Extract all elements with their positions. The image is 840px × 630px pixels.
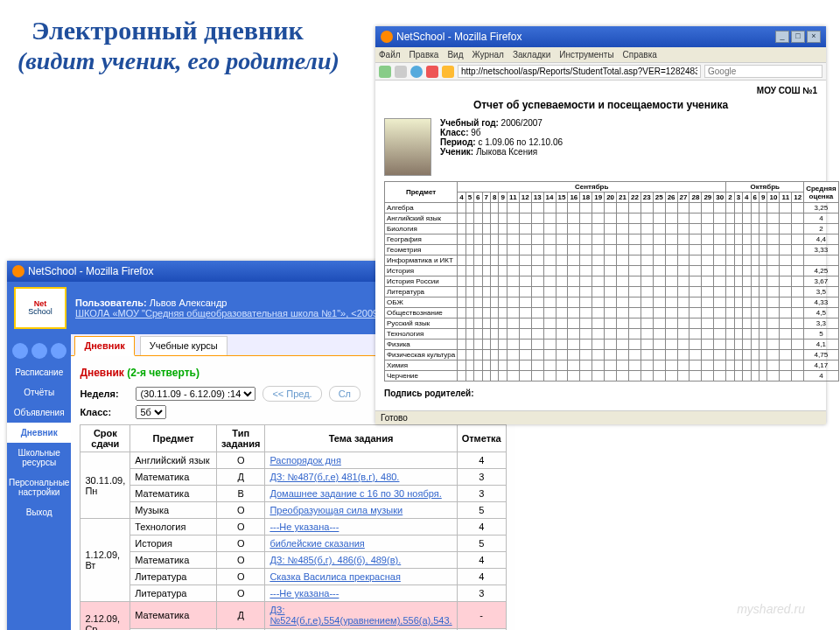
topic-link[interactable]: ---Не указана---	[265, 519, 457, 536]
topic-link[interactable]: библейские сказания	[265, 536, 457, 552]
prev-button[interactable]: << Пред.	[262, 386, 321, 402]
class-select[interactable]: 5б	[136, 405, 166, 419]
grade-row: Химия4,17	[385, 360, 839, 371]
grade-cell	[568, 256, 580, 266]
grade-cell	[702, 360, 714, 371]
topic-link[interactable]: Распорядок дня	[265, 452, 457, 469]
tab-courses[interactable]: Учебные курсы	[140, 336, 228, 355]
subject-cell: Литература	[130, 585, 217, 602]
grade-cell	[592, 350, 605, 360]
grade-cell	[482, 214, 490, 224]
mark-cell: 5	[457, 536, 506, 552]
grade-cell	[531, 360, 543, 371]
grade-cell	[499, 234, 507, 245]
grade-cell	[556, 340, 568, 350]
grade-cell	[490, 276, 498, 287]
grade-cell	[519, 287, 531, 298]
grade-cell	[653, 318, 665, 329]
grade-cell	[556, 287, 568, 298]
menu-item[interactable]: Инструменты	[559, 50, 613, 60]
menu-item[interactable]: Справка	[623, 50, 657, 60]
grade-cell	[519, 224, 531, 234]
sidebar-item[interactable]: Объявления	[7, 402, 71, 423]
mail-icon[interactable]	[12, 343, 28, 359]
toolbar	[375, 63, 826, 80]
menu-item[interactable]: Файл	[379, 50, 401, 60]
menu-item[interactable]: Закладки	[513, 50, 550, 60]
topic-link[interactable]: Преобразующая сила музыки	[265, 502, 457, 519]
grade-cell	[605, 256, 617, 266]
student-info: Учебный год: 2006/2007 Класс: 9б Период:…	[440, 118, 563, 157]
subject-cell: Музыка	[130, 502, 217, 519]
avg-cell: 4,4	[804, 234, 838, 245]
day-header: 10	[767, 192, 780, 203]
grade-cell	[653, 287, 665, 298]
grade-cell	[640, 256, 653, 266]
grade-cell	[490, 318, 498, 329]
home-icon[interactable]	[442, 66, 454, 78]
grade-cell	[743, 256, 751, 266]
table-row: 2.12.09, СрМатематикаДДЗ: №524(б,г,е),55…	[80, 602, 506, 629]
back-icon[interactable]	[379, 66, 391, 78]
tab-diary[interactable]: Дневник	[74, 336, 134, 356]
next-button[interactable]: Сл	[329, 386, 360, 402]
grade-cell	[482, 245, 490, 256]
slide-title: Электронный дневник	[32, 16, 304, 46]
topic-link[interactable]: Сказка Василиса прекрасная	[265, 569, 457, 585]
col-subject: Предмет	[385, 182, 458, 203]
topic-link[interactable]: ---Не указана---	[265, 585, 457, 602]
sidebar-item[interactable]: Дневник	[7, 423, 71, 443]
menu-item[interactable]: Правка	[410, 50, 439, 60]
grade-cell	[628, 360, 640, 371]
grade-cell	[543, 245, 556, 256]
day-header: 21	[617, 192, 629, 203]
grade-cell	[580, 224, 592, 234]
grade-cell	[499, 298, 507, 308]
subject-cell: Математика	[130, 486, 217, 502]
menu-item[interactable]: Журнал	[472, 50, 504, 60]
grade-cell	[780, 371, 792, 382]
subject-name: Биология	[385, 224, 458, 234]
sidebar-item[interactable]: Выход	[7, 502, 71, 522]
grade-cell	[499, 287, 507, 298]
menu-item[interactable]: Вид	[447, 50, 463, 60]
grade-cell	[780, 266, 792, 276]
grade-cell	[543, 340, 556, 350]
user-icon[interactable]	[32, 343, 47, 359]
minimize-button[interactable]: _	[775, 31, 789, 43]
week-select[interactable]: (30.11.09 - 6.12.09) :14	[136, 387, 256, 401]
stop-icon[interactable]	[426, 66, 438, 78]
school-link[interactable]: ШКОЛА «МОУ "Средняя общеобразовательная …	[75, 308, 408, 318]
grade-cell	[519, 203, 531, 214]
topic-link[interactable]: ДЗ: №485(б,г), 486(б), 489(в).	[265, 552, 457, 569]
grade-cell	[556, 203, 568, 214]
url-input[interactable]	[458, 65, 701, 78]
search-input[interactable]	[704, 65, 822, 78]
grade-cell	[767, 329, 780, 340]
grade-cell	[474, 287, 482, 298]
grade-cell	[580, 340, 592, 350]
grade-cell	[617, 245, 629, 256]
forward-icon[interactable]	[395, 66, 407, 78]
mark-cell: 4	[457, 552, 506, 569]
grade-cell	[499, 276, 507, 287]
grade-cell	[690, 340, 702, 350]
sidebar-item[interactable]: Персональные настройки	[7, 472, 71, 502]
grade-cell	[458, 360, 466, 371]
topic-link[interactable]: ДЗ: №487(б,г,е) 481(в,г), 480.	[265, 469, 457, 486]
topic-link[interactable]: Домашнее задание с 16 по 30 ноября.	[265, 486, 457, 502]
col-month1: Сентябрь	[458, 182, 726, 192]
sidebar-item[interactable]: Школьные ресурсы	[7, 443, 71, 472]
day-header: 9	[499, 192, 507, 203]
help-icon[interactable]	[51, 343, 66, 359]
reload-icon[interactable]	[410, 66, 423, 78]
maximize-button[interactable]: □	[791, 31, 805, 43]
grade-cell	[792, 318, 804, 329]
table-row: 30.11.09, ПнАнглийский языкОРаспорядок д…	[80, 452, 506, 469]
close-button[interactable]: ×	[807, 31, 821, 43]
topic-link[interactable]: ДЗ: №524(б,г,е),554(уравнением),556(а),5…	[265, 602, 457, 629]
sidebar-item[interactable]: Расписание	[7, 362, 71, 382]
grade-cell	[726, 308, 734, 318]
sidebar-item[interactable]: Отчёты	[7, 382, 71, 402]
grade-cell	[490, 371, 498, 382]
